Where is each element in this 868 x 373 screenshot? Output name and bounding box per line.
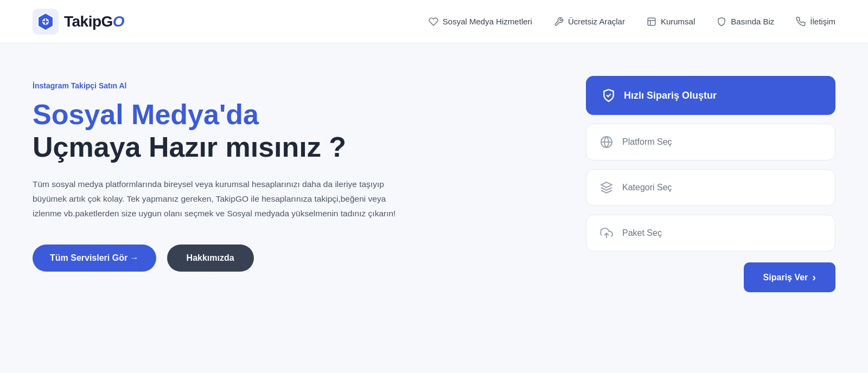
hero-title-line1: Sosyal Medya'da: [33, 99, 553, 131]
header: TakipGO Sosyal Medya Hizmetleri Ücretsiz…: [0, 0, 868, 43]
submit-label: Sipariş Ver: [763, 273, 808, 282]
submit-button[interactable]: Sipariş Ver ›: [744, 262, 835, 292]
nav-item-iletisim[interactable]: İletişim: [796, 17, 835, 27]
hero-description: Tüm sosyal medya platformlarında bireyse…: [33, 177, 401, 221]
platform-selector[interactable]: Platform Seç: [586, 124, 835, 160]
tools-icon: [554, 17, 564, 27]
quick-order-button[interactable]: Hızlı Sipariş Oluştur: [586, 76, 835, 115]
svg-marker-4: [601, 182, 612, 188]
main-nav: Sosyal Medya Hizmetleri Ücretsiz Araçlar…: [429, 17, 835, 27]
breadcrumb: İnstagram Takipçi Satın Al: [33, 81, 553, 90]
services-button[interactable]: Tüm Servisleri Gör →: [33, 245, 156, 272]
svg-rect-2: [648, 18, 655, 25]
paket-icon: [599, 226, 614, 240]
submit-row: Sipariş Ver ›: [586, 262, 835, 292]
nav-item-ucretsiz-araclar[interactable]: Ücretsiz Araçlar: [554, 17, 625, 27]
hero-title-line2: Uçmaya Hazır mısınız ?: [33, 131, 553, 164]
hero-title: Sosyal Medya'da Uçmaya Hazır mısınız ?: [33, 99, 553, 164]
hero-buttons: Tüm Servisleri Gör → Hakkımızda: [33, 245, 553, 272]
kategori-selector[interactable]: Kategori Seç: [586, 169, 835, 206]
order-panel: Hızlı Sipariş Oluştur Platform Seç: [586, 76, 835, 292]
nav-label-iletisim: İletişim: [810, 17, 835, 26]
nav-item-sosyal-medya[interactable]: Sosyal Medya Hizmetleri: [429, 17, 532, 27]
shield-icon: [717, 17, 726, 27]
platform-label: Platform Seç: [622, 137, 672, 147]
submit-arrow: ›: [812, 271, 816, 284]
kategori-label: Kategori Seç: [622, 183, 672, 192]
paket-label: Paket Seç: [622, 228, 662, 238]
nav-item-kurumsal[interactable]: Kurumsal: [647, 17, 695, 27]
phone-icon: [796, 17, 806, 27]
logo[interactable]: TakipGO: [33, 9, 124, 35]
nav-label-kurumsal: Kurumsal: [661, 17, 695, 26]
kategori-icon: [599, 181, 614, 195]
building-icon: [647, 17, 656, 27]
about-button[interactable]: Hakkımızda: [167, 245, 254, 272]
quick-order-label: Hızlı Sipariş Oluştur: [624, 90, 717, 101]
nav-label-sosyal-medya: Sosyal Medya Hizmetleri: [443, 17, 532, 26]
platform-icon: [599, 135, 614, 149]
logo-icon: [33, 9, 59, 35]
heart-icon: [429, 17, 438, 27]
quick-order-icon: [601, 88, 616, 103]
hero-section: İnstagram Takipçi Satın Al Sosyal Medya'…: [33, 76, 553, 272]
paket-selector[interactable]: Paket Seç: [586, 215, 835, 252]
nav-label-ucretsiz-araclar: Ücretsiz Araçlar: [568, 17, 625, 26]
logo-text: TakipGO: [64, 13, 124, 30]
nav-label-basinda-biz: Basında Biz: [731, 17, 774, 26]
nav-item-basinda-biz[interactable]: Basında Biz: [717, 17, 774, 27]
main-content: İnstagram Takipçi Satın Al Sosyal Medya'…: [0, 43, 868, 314]
